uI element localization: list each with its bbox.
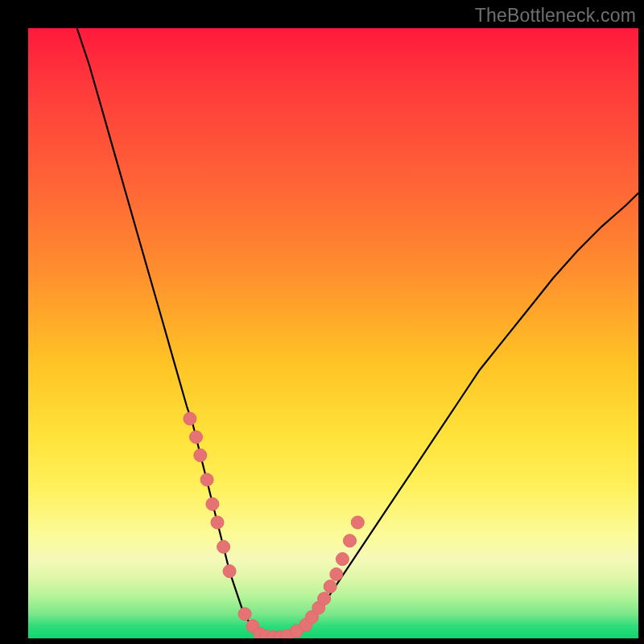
scatter-dot — [238, 608, 251, 621]
scatter-dot — [194, 449, 207, 462]
scatter-dot — [184, 412, 196, 425]
scatter-dot — [200, 473, 213, 486]
scatter-dot — [351, 516, 364, 529]
chart-frame: TheBottleneck.com — [0, 0, 644, 644]
scatter-dot — [336, 553, 349, 566]
plot-area — [28, 28, 638, 638]
watermark-text: TheBottleneck.com — [475, 5, 636, 27]
scatter-dot — [318, 592, 331, 605]
scatter-dot — [324, 580, 336, 593]
scatter-dots — [28, 28, 638, 638]
scatter-dot — [344, 535, 357, 547]
scatter-dot — [217, 540, 230, 553]
scatter-dot — [330, 568, 343, 580]
scatter-dot — [223, 565, 236, 578]
scatter-dot — [206, 497, 219, 510]
scatter-dot — [190, 431, 203, 444]
scatter-dot — [211, 516, 224, 529]
